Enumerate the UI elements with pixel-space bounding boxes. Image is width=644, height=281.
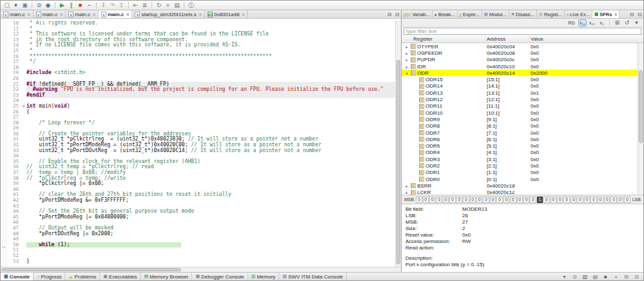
code-line[interactable]: */ [26,59,395,65]
bit-cell-0[interactable]: 0 [624,197,630,203]
bit-cell-2[interactable]: 0 [610,197,616,203]
radix-button-1[interactable]: x₁₀ [588,19,596,26]
sfr-row-ODR3[interactable]: ODR3[3:1]0x0 [402,156,638,162]
dropdown-arrow-icon[interactable]: ▾ [12,1,20,10]
bit-cell-20[interactable]: 0 [490,197,496,203]
sfr-row-OTYPER[interactable]: ▸OTYPER0x40020c040x0 [402,43,638,50]
chevron-right-icon[interactable]: ▸ [404,184,409,188]
sfr-row-ODR10[interactable]: ODR10[10:1]0x0 [402,110,638,116]
column-header-value[interactable]: Value [529,36,643,42]
tab-registers[interactable]: ▥Regist... [537,10,565,18]
bit-cell-17[interactable]: 0 [510,197,516,203]
code-line[interactable]: #warning "FPU is not initialized, but th… [26,87,395,93]
bit-cell-7[interactable]: 0 [577,197,583,203]
sfr-row-ODR15[interactable]: ODR15[15:1]0x0 [402,76,638,82]
scroll-lock-icon[interactable]: ▤ [591,273,600,281]
code-line[interactable]: #include <stdint.h> [26,70,395,76]
chevron-right-icon[interactable]: ▸ [404,44,409,49]
code-line[interactable]: *pPortDModeReg &= 0xF3FFFFFF; [26,198,395,204]
bit-cell-8[interactable]: 0 [571,197,576,203]
sfr-row-ODR[interactable]: ▾ODR0x40020c140x2000 [402,70,638,76]
code-line[interactable]: /* Loop forever */ [26,121,395,126]
bit-cell-16[interactable]: 0 [517,197,523,203]
bit-cell-12[interactable]: 0 [543,197,549,203]
maximize-icon[interactable]: ⊡ [632,273,641,281]
code-area[interactable]: * All rights reserved. * * This software… [26,21,395,267]
bit-cell-18[interactable]: 0 [503,197,509,203]
minimize-icon[interactable]: ⊟ [628,10,636,18]
step-over-icon[interactable]: ↷ [108,1,117,10]
bit-cell-9[interactable]: 0 [563,197,569,203]
code-line[interactable]: } [26,259,395,265]
annotation-ruler[interactable]: → [1,21,6,267]
code-line[interactable]: int main(void) [26,104,395,110]
code-line[interactable]: * If no LICENSE file comes with this sof… [26,43,395,48]
editor-horizontal-scrollbar[interactable] [1,267,401,272]
bit-grid[interactable]: MSB 00000000000000000010000000000000LSB [402,195,643,204]
console-tab-memory-browser[interactable]: ▤Memory Browser [141,273,192,280]
save-icon[interactable]: ▣ [21,1,29,10]
sfr-row-ODR11[interactable]: ODR11[11:1]0x0 [402,103,638,110]
chevron-right-icon[interactable]: ▸ [404,57,409,62]
info-icon[interactable]: ⓘ [187,1,195,10]
console-tab-progress[interactable]: ◔Progress [34,273,65,280]
sfr-row-ODR9[interactable]: ODR9[9:1]0x0 [402,116,638,122]
bit-cell-27[interactable]: 0 [443,197,449,203]
column-header-address[interactable]: Address [485,36,529,42]
bit-cell-31[interactable]: 0 [416,197,422,203]
column-headers[interactable]: Register Address Value [402,35,643,43]
tab-expressions[interactable]: χExpre... [458,10,482,18]
code-line[interactable]: { [26,110,395,115]
code-line[interactable] [26,237,395,242]
console-tab-debugger-console[interactable]: ▦Debugger Console [192,273,248,280]
breakpoints-view-icon[interactable]: ◉ [44,1,52,10]
view-menu-icon[interactable]: ▾ [632,19,641,27]
minimize-icon[interactable]: ⊟ [622,273,630,281]
open-element-icon[interactable]: ▤ [173,1,181,10]
bit-cell-11[interactable]: 0 [551,197,556,203]
tab-modules[interactable]: ▤Modul... [482,10,509,18]
restart-icon[interactable]: ↻ [155,1,163,10]
editor-body[interactable]: → 10111213141516171819202122232425262728… [1,19,401,267]
console-menu-icon[interactable]: ▾ [560,273,569,281]
editor-vertical-scrollbar[interactable] [395,21,401,267]
tab-variables[interactable]: (x)=Variab... [402,10,433,18]
close-icon[interactable]: × [28,12,30,17]
edit-register-icon[interactable]: ⊞ [613,19,621,27]
register-tree[interactable]: ▸OTYPER0x40020c040x0▸OSPEEDR0x40020c080x… [402,43,638,195]
bit-cell-25[interactable]: 0 [456,197,462,203]
sfr-row-ODR8[interactable]: ODR8[8:1]0x0 [402,123,638,130]
sfr-row-ODR5[interactable]: ODR5[5:1]0x0 [402,142,638,149]
console-tab-problems[interactable]: ▲Problems [65,273,100,280]
close-icon[interactable]: × [614,12,617,17]
sfr-row-ODR2[interactable]: ODR2[2:1]0x0 [402,162,638,169]
sfr-row-ODR6[interactable]: ODR6[6:1]0x0 [402,136,638,142]
bit-cell-29[interactable]: 0 [429,197,435,203]
pin-console-icon[interactable]: ⊙ [571,273,579,281]
sfr-row-OSPEEDR[interactable]: ▸OSPEEDR0x40020c080x0 [402,50,638,56]
code-line[interactable] [26,247,395,253]
bit-cell-6[interactable]: 0 [584,197,590,203]
bit-cell-30[interactable]: 0 [423,197,429,203]
scrollbar-thumb[interactable] [1,268,181,271]
bit-cell-24[interactable]: 0 [463,197,469,203]
sfr-row-IDR[interactable]: ▸IDR0x40020c100x0 [402,63,638,70]
refresh-icon[interactable]: ↺ [623,19,631,27]
chevron-down-icon[interactable]: ▾ [404,71,409,75]
terminate-console-icon[interactable]: ■ [601,273,610,281]
editor-tab[interactable]: cmain.c× [34,10,66,18]
bit-cell-13[interactable]: 1 [537,197,543,203]
column-header-register[interactable]: Register [402,36,485,42]
maximize-icon[interactable]: ⊡ [393,10,401,18]
bit-cell-3[interactable]: 0 [604,197,610,203]
terminate-icon[interactable]: ■ [76,1,84,10]
bit-cell-28[interactable]: 0 [436,197,442,203]
chevron-right-icon[interactable]: ▸ [404,64,409,69]
editor-tab[interactable]: cmain.c× [1,10,34,18]
sfr-row-ODR7[interactable]: ODR7[7:1]0x0 [402,130,638,136]
code-line[interactable]: *pClkctrlreg |= 0x08; [26,181,395,187]
bit-cell-4[interactable]: 0 [598,197,603,203]
bit-cell-10[interactable]: 0 [557,197,563,203]
bit-cell-19[interactable]: 0 [496,197,502,203]
drop-to-frame-icon[interactable]: ⇤ [132,1,140,10]
